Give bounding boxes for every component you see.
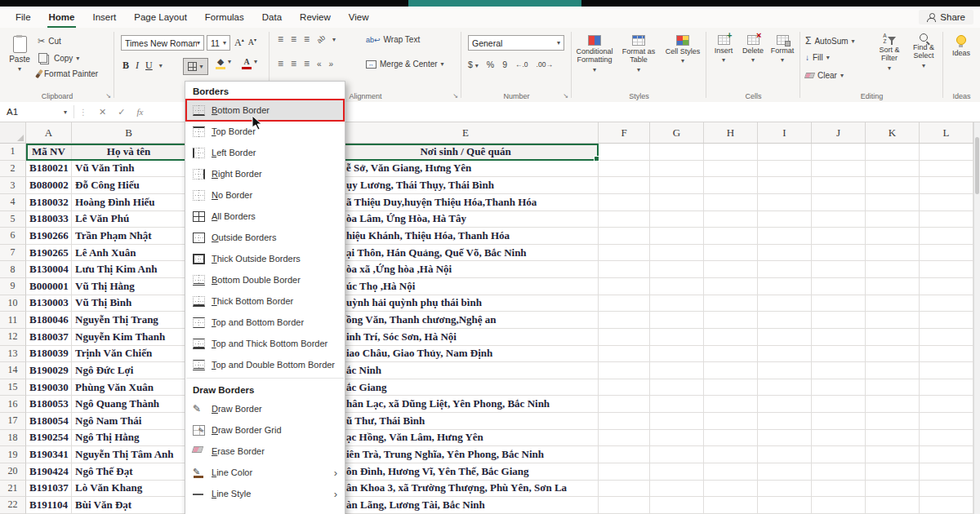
cell-empty[interactable]: [704, 446, 758, 463]
cell-empty[interactable]: [650, 481, 704, 498]
cell-empty[interactable]: [758, 312, 812, 329]
row-number[interactable]: 9: [0, 278, 26, 295]
cell-empty[interactable]: [704, 295, 758, 312]
cell-empty[interactable]: [599, 413, 650, 430]
menu-item-no-border[interactable]: No Border: [185, 184, 345, 206]
cell-empty[interactable]: [599, 346, 650, 363]
cell-empty[interactable]: [599, 362, 650, 379]
cell-empty[interactable]: [866, 329, 920, 346]
cell-name[interactable]: Vũ Thị Hằng: [72, 278, 186, 295]
vertical-scrollbar[interactable]: [973, 122, 980, 514]
cell-id[interactable]: B191104: [26, 497, 72, 514]
cell-empty[interactable]: [866, 312, 920, 329]
merge-center-button[interactable]: ↔ Merge & Center ▾: [366, 60, 444, 69]
column-header-b[interactable]: B: [72, 122, 186, 143]
menu-item-line-color[interactable]: Line Color›: [185, 462, 345, 483]
cell-empty[interactable]: [650, 278, 704, 295]
cell-empty[interactable]: [758, 396, 812, 413]
cell-empty[interactable]: [758, 278, 812, 295]
cell-empty[interactable]: [599, 144, 650, 161]
underline-button[interactable]: U: [145, 60, 153, 72]
cut-button[interactable]: ✂ Cut: [38, 36, 61, 47]
cell-empty[interactable]: [866, 161, 920, 178]
name-box[interactable]: A1 ▾: [0, 102, 74, 122]
row-number[interactable]: 8: [0, 261, 26, 278]
increase-indent-icon[interactable]: »: [329, 60, 334, 69]
cell-empty[interactable]: [920, 144, 973, 161]
cell-empty[interactable]: [920, 362, 973, 379]
menu-item-bottom-double-border[interactable]: Bottom Double Border: [185, 269, 345, 290]
number-format-select[interactable]: General ▾: [468, 35, 564, 51]
cell-empty[interactable]: [758, 329, 812, 346]
cell-empty[interactable]: [866, 463, 920, 481]
cell-empty[interactable]: [866, 144, 920, 161]
cell-empty[interactable]: [650, 144, 704, 161]
grow-font-icon[interactable]: A▴: [234, 37, 244, 49]
cell-empty[interactable]: [812, 261, 866, 278]
row-number[interactable]: 11: [0, 312, 26, 329]
cell-empty[interactable]: [812, 295, 866, 312]
cell-name[interactable]: Ngô Thế Đạt: [72, 463, 186, 481]
cell-empty[interactable]: [758, 211, 812, 228]
menu-item-bottom-border[interactable]: Bottom Border: [185, 100, 345, 121]
cell-name[interactable]: Vũ Văn Tình: [72, 161, 186, 178]
align-right-icon[interactable]: ≡: [304, 59, 310, 69]
tab-insert[interactable]: Insert: [83, 7, 125, 28]
tab-page-layout[interactable]: Page Layout: [125, 7, 196, 28]
cell-empty[interactable]: [599, 177, 650, 194]
row-number[interactable]: 16: [0, 396, 26, 413]
cell-empty[interactable]: [599, 278, 650, 295]
cell-name[interactable]: Đỗ Công Hiếu: [72, 177, 186, 194]
tab-formulas[interactable]: Formulas: [196, 7, 253, 28]
cell-empty[interactable]: [650, 430, 704, 447]
comma-style-button[interactable]: 9: [502, 60, 507, 69]
cell-id[interactable]: B180053: [26, 396, 72, 413]
menu-item-left-border[interactable]: Left Border: [185, 142, 345, 163]
cell-id[interactable]: B190254: [26, 430, 72, 447]
cell-empty[interactable]: [599, 228, 650, 245]
cell-empty[interactable]: [704, 463, 758, 481]
cell-empty[interactable]: [650, 261, 704, 278]
row-number[interactable]: 10: [0, 295, 26, 312]
cell-empty[interactable]: [812, 497, 866, 514]
cell-empty[interactable]: [599, 161, 650, 178]
cell-empty[interactable]: [812, 413, 866, 430]
dialog-launcher-icon[interactable]: ↘: [452, 92, 458, 100]
share-button[interactable]: Share: [919, 10, 973, 24]
cell-empty[interactable]: [704, 161, 758, 178]
cell-empty[interactable]: [920, 211, 973, 228]
cell-empty[interactable]: [758, 245, 812, 262]
column-header-i[interactable]: I: [758, 122, 812, 143]
row-number[interactable]: 21: [0, 481, 26, 498]
row-number[interactable]: 18: [0, 430, 26, 447]
cell-empty[interactable]: [866, 379, 920, 397]
cell-empty[interactable]: [920, 161, 973, 178]
fill-button[interactable]: ↓ Fill ▾: [805, 53, 830, 62]
row-number[interactable]: 22: [0, 497, 26, 514]
cell-empty[interactable]: [599, 463, 650, 481]
cell-empty[interactable]: [704, 261, 758, 278]
cell-empty[interactable]: [866, 177, 920, 194]
bold-button[interactable]: B: [122, 60, 129, 72]
cell-name[interactable]: Lê Anh Xuân: [72, 245, 186, 262]
cell-empty[interactable]: [650, 312, 704, 329]
cell-id[interactable]: B180054: [26, 413, 72, 430]
cell-empty[interactable]: [704, 278, 758, 295]
percent-style-button[interactable]: %: [487, 60, 494, 69]
cell-empty[interactable]: [758, 194, 812, 211]
cell-empty[interactable]: [812, 228, 866, 245]
cell-id[interactable]: B190266: [26, 228, 72, 245]
column-header-g[interactable]: G: [650, 122, 704, 143]
cell-id[interactable]: B190341: [26, 446, 72, 463]
cell-empty[interactable]: [758, 295, 812, 312]
dialog-launcher-icon[interactable]: ↘: [563, 92, 568, 100]
cell-id[interactable]: B190029: [26, 362, 72, 379]
cell-empty[interactable]: [866, 396, 920, 413]
cell-name[interactable]: Lưu Thị Kim Anh: [72, 261, 186, 278]
cell-id[interactable]: B180037: [26, 329, 72, 346]
cell-id[interactable]: B180039: [26, 346, 72, 363]
insert-button[interactable]: Insert ▾: [709, 33, 738, 95]
cell-name[interactable]: Ngô Thị Hằng: [72, 430, 186, 447]
font-grow-shrink[interactable]: A▴ A▾: [234, 37, 256, 49]
find-select-button[interactable]: Find & Select ▾: [906, 31, 941, 93]
